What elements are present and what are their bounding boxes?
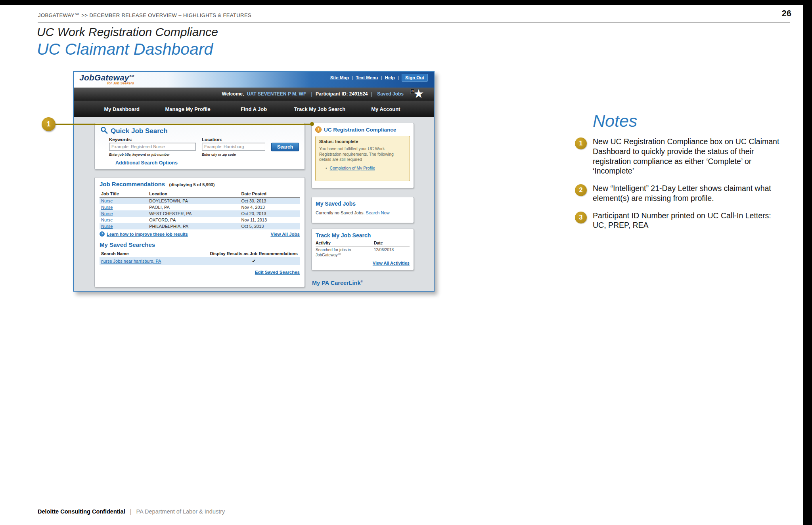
job-title-link[interactable]: Nurse [101,199,113,203]
view-all-activities-link[interactable]: View All Activities [373,261,410,265]
table-row: Nurse WEST CHESTER, PA Oct 20, 2013 [100,210,300,217]
slide-title: UC Work Registration Compliance [37,25,218,39]
nav-my-dashboard[interactable]: My Dashboard [89,106,155,112]
saved-searches-header-row: Search Name Display Results as Job Recom… [100,250,300,257]
quick-job-search-fields: Keywords: Location: Search Enter job tit… [109,137,299,157]
job-title-link[interactable]: Nurse [101,218,113,222]
job-recommendations-footer: ? Learn how to improve these job results… [100,231,300,237]
user-profile-link[interactable]: UAT SEVENTEEN P M. WF [247,91,306,97]
job-date: Oct 30, 2013 [239,198,300,204]
left-column: Quick Job Search Keywords: Location: Sea… [94,123,305,287]
col-date: Date [374,241,410,245]
callout-badge-1: 1 [42,117,56,131]
utility-nav: Site Map | Text Menu | Help | Sign Out [329,75,429,80]
site-map-link[interactable]: Site Map [330,75,349,80]
notes-heading: Notes [593,111,637,131]
my-saved-jobs-title: My Saved Jobs [316,200,410,207]
view-all-jobs-link[interactable]: View All Jobs [271,232,300,237]
callout-endpoint-dot [310,122,314,126]
note-item: 1 New UC Registration Compliance box on … [575,137,791,176]
completion-of-my-profile-link[interactable]: Completion of My Profile [330,166,375,170]
my-pa-careerlink-heading[interactable]: My PA CareerLink® [311,280,414,286]
saved-jobs-star-icon[interactable]: ★ 0 [412,88,423,100]
uc-registration-compliance-panel: ! UC Registration Compliance Status: Inc… [311,123,414,188]
nav-my-account[interactable]: My Account [353,106,419,112]
col-date-posted: Date Posted [239,191,300,198]
nav-find-a-job[interactable]: Find A Job [221,106,287,112]
job-date: Oct 5, 2013 [239,223,300,229]
nav-manage-my-profile[interactable]: Manage My Profile [155,106,220,112]
note-text: New “Intelligent” 21-Day Letter shows cl… [593,183,785,203]
saved-jobs-empty-text: Currently no Saved Jobs. [316,210,365,215]
job-location: PHILADELPHIA, PA [147,223,239,229]
job-location: OXFORD, PA [147,217,239,223]
job-title-link[interactable]: Nurse [101,211,113,216]
slide-subtitle: UC Claimant Dashboard [37,40,213,59]
main-nav: My Dashboard Manage My Profile Find A Jo… [74,101,434,117]
saved-jobs-count-badge: 0 [410,89,415,94]
saved-jobs-link[interactable]: Saved Jobs [377,91,404,97]
col-search-name: Search Name [101,251,209,256]
welcome-label: Welcome, [222,91,244,97]
dashboard-content: Quick Job Search Keywords: Location: Sea… [74,117,434,291]
jobgateway-logo[interactable]: JobGatewaySM for Job Seekers [79,73,134,85]
link-divider: | [371,91,372,97]
improve-results-link[interactable]: Learn how to improve these job results [107,232,188,237]
app-header-bar: JobGatewaySM for Job Seekers Site Map | … [74,72,434,88]
note-item: 3 Participant ID Number printed on UC Ca… [575,211,791,231]
table-row: Nurse PHILADELPHIA, PA Oct 5, 2013 [100,223,300,229]
sign-out-link[interactable]: Sign Out [402,74,428,82]
activity-text: Searched for jobs in JobGateway℠ [316,248,374,258]
header-rule [38,22,790,23]
activity-row: Searched for jobs in JobGateway℠ 12/06/2… [316,246,410,258]
callout-line [56,124,312,125]
jobgateway-screenshot: JobGatewaySM for Job Seekers Site Map | … [73,71,435,292]
table-row: Nurse OXFORD, PA Nov 11, 2013 [100,217,300,223]
note-badge-2: 2 [575,184,587,196]
saved-searches-table: Search Name Display Results as Job Recom… [100,250,300,265]
col-location: Location [147,191,239,198]
saved-search-link[interactable]: nurse Jobs near harrisburg, PA [101,259,209,263]
text-menu-link[interactable]: Text Menu [356,75,378,80]
location-input[interactable] [202,143,265,151]
compliance-message: You have not fulfilled your UC Work Regi… [319,146,406,162]
search-icon [100,126,108,136]
uc-compliance-title: UC Registration Compliance [324,127,396,133]
welcome-bar: Welcome, UAT SEVENTEEN P M. WF | Partici… [74,88,434,101]
nav-track-my-job-search[interactable]: Track My Job Search [287,106,352,112]
job-location: DOYLESTOWN, PA [147,198,239,204]
right-column: ! UC Registration Compliance Status: Inc… [311,123,414,286]
job-date: Oct 20, 2013 [239,210,300,217]
slide: JOBGATEWAY℠ >> DECEMBER RELEASE OVERVIEW… [0,0,812,525]
note-badge-1: 1 [575,137,587,149]
additional-search-options-link[interactable]: Additional Search Options [115,160,178,166]
job-location: PAOLI, PA [147,204,239,210]
activity-table: Activity Date Searched for jobs in JobGa… [316,241,410,258]
notes-list: 1 New UC Registration Compliance box on … [575,137,791,238]
table-row: Nurse DOYLESTOWN, PA Oct 30, 2013 [100,198,300,204]
location-hint: Enter city or zip code [202,153,265,157]
job-title-link[interactable]: Nurse [101,224,113,229]
keywords-input[interactable] [109,143,196,151]
link-divider: | [398,75,399,80]
confidential-label: Deloitte Consulting Confidential [38,508,125,515]
link-divider: | [381,75,382,80]
slide-top-bar [0,0,812,5]
search-now-link[interactable]: Search Now [366,210,390,215]
bullet: • [326,166,327,170]
job-recommendations-header: Job Recommendations (displaying 5 of 5,9… [100,181,300,188]
note-text: Participant ID Number printed on UC Call… [593,211,785,231]
table-row: Nurse PAOLI, PA Nov 4, 2013 [100,204,300,210]
search-button[interactable]: Search [271,143,299,151]
job-title-link[interactable]: Nurse [101,205,113,210]
edit-saved-searches-link[interactable]: Edit Saved Searches [255,270,300,275]
note-text: New UC Registration Compliance box on UC… [593,137,785,176]
status-badge: Status: Incomplete [319,139,406,144]
job-location: WEST CHESTER, PA [147,210,239,217]
help-link[interactable]: Help [385,75,395,80]
slide-footer: Deloitte Consulting Confidential | PA De… [38,508,225,515]
participant-id: Participant ID: 2491524 [316,91,368,97]
link-divider: | [311,91,312,97]
track-my-job-search-panel: Track My Job Search Activity Date Search… [311,229,414,270]
link-divider: | [352,75,353,80]
